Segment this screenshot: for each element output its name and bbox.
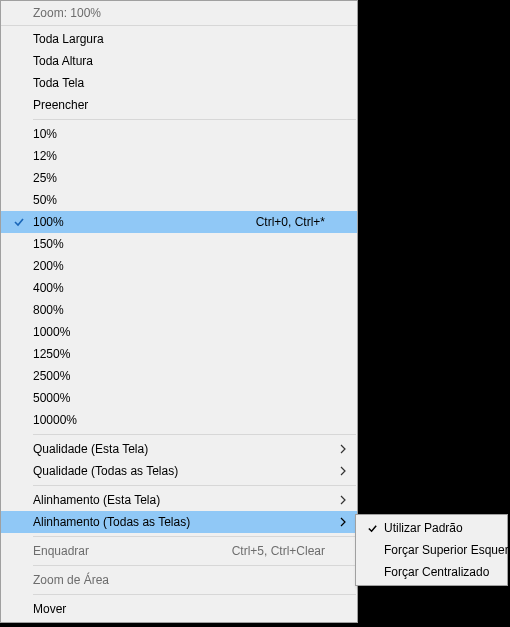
menu-item-shortcut: Ctrl+0, Ctrl+* (256, 215, 337, 229)
menu-item-label: 50% (33, 193, 337, 207)
menu-item-label: 10% (33, 127, 337, 141)
menu-item-shortcut: Ctrl+5, Ctrl+Clear (232, 544, 337, 558)
menu-item-zoom-200[interactable]: 200% (1, 255, 357, 277)
menu-item-label: Qualidade (Todas as Telas) (33, 464, 337, 478)
menu-separator (33, 594, 356, 595)
menu-item-label: Enquadrar (33, 544, 232, 558)
menu-item-zoom-10000[interactable]: 10000% (1, 409, 357, 431)
submenu-item-force-centered[interactable]: Forçar Centralizado (356, 561, 507, 583)
submenu-item-use-default[interactable]: Utilizar Padrão (356, 517, 507, 539)
menu-header: Zoom: 100% (1, 1, 357, 26)
zoom-menu[interactable]: Zoom: 100% Toda Largura Toda Altura Toda… (0, 0, 358, 623)
menu-separator (33, 565, 356, 566)
menu-item-zoom-50[interactable]: 50% (1, 189, 357, 211)
menu-item-label: Alinhamento (Todas as Telas) (33, 515, 337, 529)
menu-item-zoom-12[interactable]: 12% (1, 145, 357, 167)
menu-item-label: 12% (33, 149, 337, 163)
menu-item-whole-screen[interactable]: Toda Tela (1, 72, 357, 94)
menu-item-zoom-1250[interactable]: 1250% (1, 343, 357, 365)
menu-separator (33, 119, 356, 120)
menu-item-label: Alinhamento (Esta Tela) (33, 493, 337, 507)
menu-item-whole-height[interactable]: Toda Altura (1, 50, 357, 72)
menu-item-label: 800% (33, 303, 337, 317)
submenu-arrow-icon (337, 517, 349, 527)
menu-item-zoom-400[interactable]: 400% (1, 277, 357, 299)
menu-item-zoom-2500[interactable]: 2500% (1, 365, 357, 387)
submenu-item-force-top-left[interactable]: Forçar Superior Esquerdo (356, 539, 507, 561)
menu-item-label: Forçar Superior Esquerdo (384, 543, 510, 557)
menu-item-label: Qualidade (Esta Tela) (33, 442, 337, 456)
menu-item-zoom-100[interactable]: 100% Ctrl+0, Ctrl+* (1, 211, 357, 233)
alignment-submenu[interactable]: Utilizar Padrão Forçar Superior Esquerdo… (355, 514, 508, 586)
menu-separator (33, 485, 356, 486)
menu-item-fit: Enquadrar Ctrl+5, Ctrl+Clear (1, 540, 357, 562)
menu-item-area-zoom: Zoom de Área (1, 569, 357, 591)
submenu-arrow-icon (337, 466, 349, 476)
menu-item-label: Toda Largura (33, 32, 337, 46)
menu-item-label: Toda Altura (33, 54, 337, 68)
menu-item-label: Forçar Centralizado (384, 565, 499, 579)
menu-item-quality-all-screens[interactable]: Qualidade (Todas as Telas) (1, 460, 357, 482)
menu-item-label: 100% (33, 215, 256, 229)
menu-item-label: 2500% (33, 369, 337, 383)
check-icon (5, 216, 33, 228)
menu-item-zoom-10[interactable]: 10% (1, 123, 357, 145)
menu-item-zoom-150[interactable]: 150% (1, 233, 357, 255)
menu-item-quality-this-screen[interactable]: Qualidade (Esta Tela) (1, 438, 357, 460)
menu-item-label: Utilizar Padrão (384, 521, 499, 535)
menu-item-label: 10000% (33, 413, 337, 427)
check-icon (360, 523, 384, 534)
menu-item-alignment-all-screens[interactable]: Alinhamento (Todas as Telas) (1, 511, 357, 533)
submenu-arrow-icon (337, 444, 349, 454)
menu-item-zoom-800[interactable]: 800% (1, 299, 357, 321)
menu-item-zoom-25[interactable]: 25% (1, 167, 357, 189)
menu-item-label: 1250% (33, 347, 337, 361)
menu-item-alignment-this-screen[interactable]: Alinhamento (Esta Tela) (1, 489, 357, 511)
menu-item-label: Zoom de Área (33, 573, 337, 587)
menu-item-whole-width[interactable]: Toda Largura (1, 28, 357, 50)
menu-item-label: 400% (33, 281, 337, 295)
submenu-arrow-icon (337, 495, 349, 505)
menu-item-label: Toda Tela (33, 76, 337, 90)
menu-item-label: Mover (33, 602, 337, 616)
menu-item-move[interactable]: Mover (1, 598, 357, 620)
menu-item-label: 1000% (33, 325, 337, 339)
menu-item-label: 200% (33, 259, 337, 273)
menu-item-fill[interactable]: Preencher (1, 94, 357, 116)
menu-item-label: Preencher (33, 98, 337, 112)
menu-separator (33, 536, 356, 537)
menu-item-zoom-1000[interactable]: 1000% (1, 321, 357, 343)
menu-item-label: 5000% (33, 391, 337, 405)
menu-item-zoom-5000[interactable]: 5000% (1, 387, 357, 409)
menu-item-label: 150% (33, 237, 337, 251)
menu-separator (33, 434, 356, 435)
menu-item-label: 25% (33, 171, 337, 185)
